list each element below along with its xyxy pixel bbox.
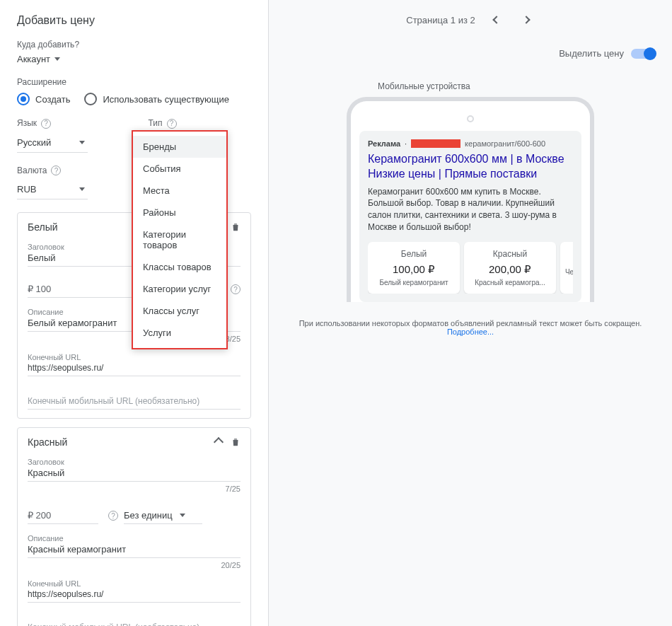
- type-option[interactable]: Бренды: [133, 136, 226, 158]
- type-option[interactable]: Услуги: [133, 322, 226, 344]
- radio-create[interactable]: Создать: [17, 93, 70, 105]
- unit-select[interactable]: Без единиц: [124, 507, 202, 524]
- ad-preview: Реклама · керамогранит/600-600 Керамогра…: [359, 131, 581, 302]
- footer-note: При использовании некоторых форматов объ…: [286, 319, 655, 336]
- url-input[interactable]: https://seopulses.ru/: [28, 589, 241, 603]
- help-icon[interactable]: ?: [231, 284, 241, 294]
- char-counter: 20/25: [28, 561, 241, 569]
- extension-group: Расширение Создать Использовать существу…: [17, 77, 251, 105]
- add-to-value: Аккаунт: [17, 54, 50, 64]
- mobile-url-input[interactable]: Конечный мобильный URL (необязательно): [28, 382, 241, 410]
- redacted-block: [411, 139, 460, 148]
- type-label: Тип?: [149, 118, 252, 129]
- radio-existing[interactable]: Использовать существующие: [84, 93, 229, 105]
- preview-label: Мобильные устройства: [378, 81, 655, 91]
- mobile-url-input[interactable]: Конечный мобильный URL (необязательно): [28, 608, 241, 626]
- chevron-down-icon: [79, 187, 85, 191]
- collapse-icon[interactable]: [214, 437, 224, 447]
- headline-label: Заголовок: [28, 458, 241, 466]
- highlight-label: Выделить цену: [559, 48, 624, 59]
- panel-title: Добавить цену: [17, 14, 251, 27]
- chevron-left-icon: [492, 16, 500, 23]
- price-preview-card: Красный 200,00 ₽ Красный керамогра...: [464, 242, 556, 294]
- type-option[interactable]: События: [133, 158, 226, 180]
- lang-select[interactable]: Русский: [17, 133, 88, 153]
- description-input[interactable]: Красный керамогранит: [28, 544, 241, 558]
- lang-label: Язык?: [17, 118, 120, 129]
- type-dropdown-menu: Бренды События Места Районы Категории то…: [132, 130, 228, 349]
- headline-input[interactable]: Красный: [28, 468, 241, 482]
- card-title: Красный: [28, 436, 67, 448]
- learn-more-link[interactable]: Подробнее...: [447, 328, 494, 336]
- page-indicator: Страница 1 из 2: [406, 15, 475, 25]
- chevron-down-icon: [79, 141, 85, 144]
- add-to-label: Куда добавить?: [17, 40, 251, 50]
- currency-select[interactable]: RUB: [17, 180, 88, 199]
- type-option[interactable]: Классы услуг: [133, 300, 226, 322]
- radio-icon: [84, 93, 97, 105]
- right-panel: Страница 1 из 2 Выделить цену Мобильные …: [269, 0, 672, 626]
- card-title: Белый: [28, 221, 58, 233]
- left-panel: Добавить цену Куда добавить? Аккаунт Рас…: [0, 0, 269, 626]
- add-to-dropdown[interactable]: Аккаунт: [17, 54, 60, 64]
- ad-badge: Реклама: [368, 139, 400, 148]
- chevron-down-icon: [54, 57, 60, 61]
- add-to-group: Куда добавить? Аккаунт: [17, 40, 251, 64]
- help-icon[interactable]: ?: [108, 511, 118, 521]
- next-page-button[interactable]: [518, 11, 535, 28]
- highlight-toggle[interactable]: [631, 49, 655, 59]
- url-label: Конечный URL: [28, 353, 241, 361]
- type-option[interactable]: Районы: [133, 202, 226, 224]
- type-option[interactable]: Категории товаров: [133, 224, 226, 256]
- prev-page-button[interactable]: [488, 11, 505, 28]
- extension-label: Расширение: [17, 77, 251, 87]
- description-label: Описание: [28, 534, 241, 543]
- type-option[interactable]: Места: [133, 180, 226, 202]
- chevron-down-icon: [180, 514, 185, 517]
- ad-title: Керамогранит 600х600 мм | в Москве Низки…: [368, 152, 573, 182]
- phone-notch-icon: [467, 115, 474, 122]
- ad-url-suffix: керамогранит/600-600: [465, 139, 545, 148]
- ad-description: Керамогранит 600х600 мм купить в Москве.…: [368, 186, 573, 233]
- help-icon[interactable]: ?: [41, 119, 51, 129]
- trash-icon[interactable]: [231, 221, 241, 233]
- price-preview-card: Белый 100,00 ₽ Белый керамогранит: [368, 242, 460, 294]
- url-label: Конечный URL: [28, 579, 241, 588]
- price-preview-card: 3 Черный: [560, 242, 573, 294]
- pagination-bar: Страница 1 из 2: [269, 0, 672, 40]
- phone-preview: Реклама · керамогранит/600-600 Керамогра…: [347, 97, 594, 302]
- price-input[interactable]: ₽ 200: [28, 507, 98, 524]
- char-counter: 7/25: [28, 485, 241, 493]
- type-option[interactable]: Категории услуг: [133, 278, 226, 300]
- radio-icon: [17, 93, 30, 105]
- help-icon[interactable]: ?: [51, 166, 61, 175]
- help-icon[interactable]: ?: [167, 119, 177, 129]
- url-input[interactable]: https://seopulses.ru/: [28, 363, 241, 376]
- trash-icon[interactable]: [231, 436, 241, 448]
- price-item-card: Красный Заголовок Красный 7/25 ₽ 200 ? Б…: [17, 427, 251, 626]
- type-option[interactable]: Классы товаров: [133, 256, 226, 278]
- chevron-right-icon: [522, 16, 530, 23]
